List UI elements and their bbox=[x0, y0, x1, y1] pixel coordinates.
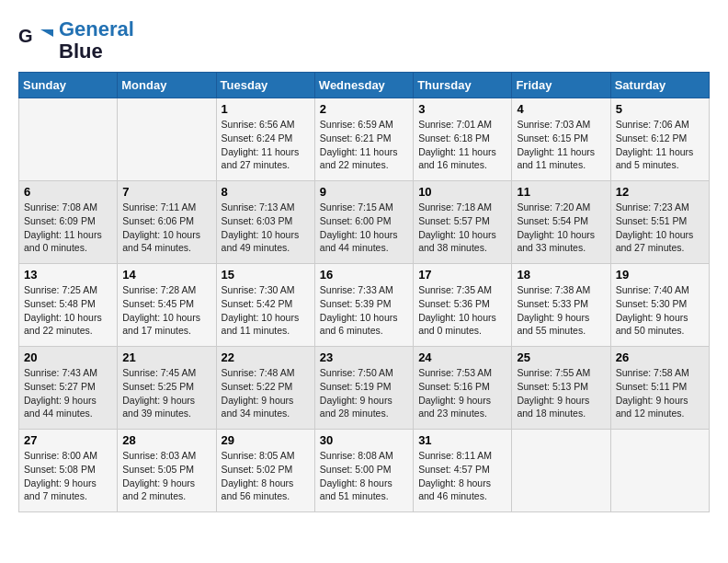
weekday-header-row: SundayMondayTuesdayWednesdayThursdayFrid… bbox=[19, 73, 710, 98]
day-number: 3 bbox=[418, 102, 506, 116]
day-number: 14 bbox=[122, 268, 210, 282]
day-info: Sunrise: 7:48 AMSunset: 5:22 PMDaylight:… bbox=[222, 366, 310, 420]
day-number: 12 bbox=[616, 185, 704, 199]
day-info: Sunrise: 8:11 AMSunset: 4:57 PMDaylight:… bbox=[418, 449, 506, 503]
day-number: 1 bbox=[222, 102, 310, 116]
day-number: 27 bbox=[24, 433, 112, 447]
calendar-cell: 3 Sunrise: 7:01 AMSunset: 6:18 PMDayligh… bbox=[414, 98, 512, 181]
day-info: Sunrise: 7:28 AMSunset: 5:45 PMDaylight:… bbox=[122, 283, 210, 338]
calendar-cell: 4 Sunrise: 7:03 AMSunset: 6:15 PMDayligh… bbox=[512, 98, 610, 181]
day-info: Sunrise: 7:30 AMSunset: 5:42 PMDaylight:… bbox=[222, 283, 310, 338]
calendar-cell bbox=[118, 98, 216, 181]
day-number: 22 bbox=[222, 350, 310, 364]
day-number: 21 bbox=[122, 350, 210, 364]
weekday-header-tuesday: Tuesday bbox=[216, 73, 314, 98]
day-info: Sunrise: 7:08 AMSunset: 6:09 PMDaylight:… bbox=[24, 201, 112, 255]
calendar-cell: 13 Sunrise: 7:25 AMSunset: 5:48 PMDaylig… bbox=[19, 264, 118, 347]
calendar-cell: 8 Sunrise: 7:13 AMSunset: 6:03 PMDayligh… bbox=[216, 181, 314, 264]
calendar-cell: 15 Sunrise: 7:30 AMSunset: 5:42 PMDaylig… bbox=[216, 264, 314, 347]
day-info: Sunrise: 7:25 AMSunset: 5:48 PMDaylight:… bbox=[24, 283, 112, 338]
day-info: Sunrise: 8:05 AMSunset: 5:02 PMDaylight:… bbox=[222, 449, 310, 503]
calendar-cell: 18 Sunrise: 7:38 AMSunset: 5:33 PMDaylig… bbox=[512, 264, 610, 347]
day-number: 15 bbox=[222, 268, 310, 282]
day-info: Sunrise: 6:59 AMSunset: 6:21 PMDaylight:… bbox=[320, 118, 408, 172]
day-number: 24 bbox=[418, 350, 506, 364]
day-info: Sunrise: 7:13 AMSunset: 6:03 PMDaylight:… bbox=[222, 201, 310, 255]
day-number: 30 bbox=[320, 433, 408, 447]
weekday-header-wednesday: Wednesday bbox=[314, 73, 413, 98]
day-number: 20 bbox=[24, 350, 112, 364]
day-info: Sunrise: 7:01 AMSunset: 6:18 PMDaylight:… bbox=[418, 118, 506, 172]
calendar-cell: 7 Sunrise: 7:11 AMSunset: 6:06 PMDayligh… bbox=[118, 181, 216, 264]
day-number: 5 bbox=[616, 102, 704, 116]
calendar-cell: 28 Sunrise: 8:03 AMSunset: 5:05 PMDaylig… bbox=[118, 430, 216, 512]
calendar-cell bbox=[19, 98, 118, 181]
day-info: Sunrise: 7:18 AMSunset: 5:57 PMDaylight:… bbox=[418, 201, 506, 255]
calendar-cell: 14 Sunrise: 7:28 AMSunset: 5:45 PMDaylig… bbox=[118, 264, 216, 347]
weekday-header-sunday: Sunday bbox=[19, 73, 118, 98]
day-number: 29 bbox=[222, 433, 310, 447]
svg-marker-1 bbox=[40, 29, 53, 37]
day-number: 11 bbox=[517, 185, 605, 199]
calendar-cell bbox=[512, 430, 610, 512]
logo-text: GeneralBlue bbox=[59, 18, 134, 63]
calendar-cell: 19 Sunrise: 7:40 AMSunset: 5:30 PMDaylig… bbox=[610, 264, 709, 347]
day-number: 25 bbox=[517, 350, 605, 364]
svg-text:G: G bbox=[18, 26, 33, 46]
day-number: 7 bbox=[122, 185, 210, 199]
calendar-cell: 26 Sunrise: 7:58 AMSunset: 5:11 PMDaylig… bbox=[610, 347, 709, 430]
weekday-header-saturday: Saturday bbox=[610, 73, 709, 98]
day-info: Sunrise: 7:03 AMSunset: 6:15 PMDaylight:… bbox=[517, 118, 605, 172]
weekday-header-friday: Friday bbox=[512, 73, 610, 98]
day-info: Sunrise: 7:11 AMSunset: 6:06 PMDaylight:… bbox=[122, 201, 210, 255]
day-number: 10 bbox=[418, 185, 506, 199]
week-row-2: 6 Sunrise: 7:08 AMSunset: 6:09 PMDayligh… bbox=[19, 181, 710, 264]
day-number: 23 bbox=[320, 350, 408, 364]
calendar-cell: 17 Sunrise: 7:35 AMSunset: 5:36 PMDaylig… bbox=[414, 264, 512, 347]
day-info: Sunrise: 7:06 AMSunset: 6:12 PMDaylight:… bbox=[616, 118, 704, 172]
page-header: G GeneralBlue bbox=[18, 18, 710, 63]
logo-icon: G bbox=[18, 22, 55, 59]
day-info: Sunrise: 8:00 AMSunset: 5:08 PMDaylight:… bbox=[24, 449, 112, 503]
calendar-cell: 6 Sunrise: 7:08 AMSunset: 6:09 PMDayligh… bbox=[19, 181, 118, 264]
calendar-cell: 25 Sunrise: 7:55 AMSunset: 5:13 PMDaylig… bbox=[512, 347, 610, 430]
day-info: Sunrise: 7:38 AMSunset: 5:33 PMDaylight:… bbox=[517, 283, 605, 338]
day-number: 16 bbox=[320, 268, 408, 282]
day-info: Sunrise: 7:35 AMSunset: 5:36 PMDaylight:… bbox=[418, 283, 506, 338]
calendar-cell: 20 Sunrise: 7:43 AMSunset: 5:27 PMDaylig… bbox=[19, 347, 118, 430]
calendar-cell: 29 Sunrise: 8:05 AMSunset: 5:02 PMDaylig… bbox=[216, 430, 314, 512]
day-info: Sunrise: 7:45 AMSunset: 5:25 PMDaylight:… bbox=[122, 366, 210, 420]
day-number: 18 bbox=[517, 268, 605, 282]
day-info: Sunrise: 8:08 AMSunset: 5:00 PMDaylight:… bbox=[320, 449, 408, 503]
calendar-table: SundayMondayTuesdayWednesdayThursdayFrid… bbox=[18, 72, 710, 512]
calendar-cell bbox=[610, 430, 709, 512]
day-number: 26 bbox=[616, 350, 704, 364]
day-info: Sunrise: 7:53 AMSunset: 5:16 PMDaylight:… bbox=[418, 366, 506, 420]
calendar-cell: 30 Sunrise: 8:08 AMSunset: 5:00 PMDaylig… bbox=[314, 430, 413, 512]
day-info: Sunrise: 7:50 AMSunset: 5:19 PMDaylight:… bbox=[320, 366, 408, 420]
day-number: 17 bbox=[418, 268, 506, 282]
day-info: Sunrise: 7:58 AMSunset: 5:11 PMDaylight:… bbox=[616, 366, 704, 420]
day-info: Sunrise: 7:40 AMSunset: 5:30 PMDaylight:… bbox=[616, 283, 704, 338]
logo: G GeneralBlue bbox=[18, 18, 134, 63]
weekday-header-monday: Monday bbox=[118, 73, 216, 98]
day-number: 13 bbox=[24, 268, 112, 282]
calendar-cell: 10 Sunrise: 7:18 AMSunset: 5:57 PMDaylig… bbox=[414, 181, 512, 264]
calendar-cell: 21 Sunrise: 7:45 AMSunset: 5:25 PMDaylig… bbox=[118, 347, 216, 430]
day-number: 31 bbox=[418, 433, 506, 447]
calendar-cell: 22 Sunrise: 7:48 AMSunset: 5:22 PMDaylig… bbox=[216, 347, 314, 430]
day-info: Sunrise: 7:55 AMSunset: 5:13 PMDaylight:… bbox=[517, 366, 605, 420]
week-row-4: 20 Sunrise: 7:43 AMSunset: 5:27 PMDaylig… bbox=[19, 347, 710, 430]
calendar-cell: 31 Sunrise: 8:11 AMSunset: 4:57 PMDaylig… bbox=[414, 430, 512, 512]
day-info: Sunrise: 7:33 AMSunset: 5:39 PMDaylight:… bbox=[320, 283, 408, 338]
calendar-cell: 24 Sunrise: 7:53 AMSunset: 5:16 PMDaylig… bbox=[414, 347, 512, 430]
day-info: Sunrise: 7:43 AMSunset: 5:27 PMDaylight:… bbox=[24, 366, 112, 420]
calendar-cell: 11 Sunrise: 7:20 AMSunset: 5:54 PMDaylig… bbox=[512, 181, 610, 264]
calendar-cell: 27 Sunrise: 8:00 AMSunset: 5:08 PMDaylig… bbox=[19, 430, 118, 512]
day-info: Sunrise: 6:56 AMSunset: 6:24 PMDaylight:… bbox=[222, 118, 310, 172]
weekday-header-thursday: Thursday bbox=[414, 73, 512, 98]
day-number: 6 bbox=[24, 185, 112, 199]
calendar-cell: 5 Sunrise: 7:06 AMSunset: 6:12 PMDayligh… bbox=[610, 98, 709, 181]
day-info: Sunrise: 7:23 AMSunset: 5:51 PMDaylight:… bbox=[616, 201, 704, 255]
day-number: 9 bbox=[320, 185, 408, 199]
